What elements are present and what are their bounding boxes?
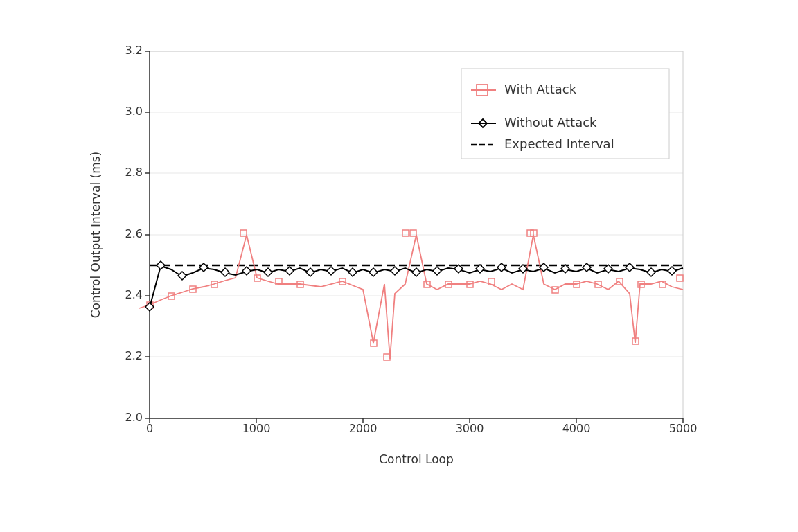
- x-tick-1000: 1000: [242, 422, 271, 435]
- chart-container: 2.0 2.2 2.4 2.6 2.8 3.0 3.2 0 1000 2000 …: [87, 30, 711, 502]
- x-tick-2000: 2000: [349, 422, 378, 435]
- legend-without-attack-label: Without Attack: [504, 115, 597, 130]
- x-tick-5000: 5000: [669, 422, 698, 435]
- legend-with-attack-label: With Attack: [504, 82, 577, 96]
- y-tick-3.2: 3.2: [125, 44, 143, 57]
- x-axis-label: Control Loop: [379, 452, 454, 466]
- x-tick-4000: 4000: [562, 422, 591, 435]
- y-tick-2.8: 2.8: [125, 166, 143, 179]
- x-tick-0: 0: [146, 422, 153, 435]
- y-tick-2.6: 2.6: [125, 227, 143, 240]
- y-tick-3.0: 3.0: [125, 105, 143, 118]
- x-tick-3000: 3000: [456, 422, 484, 435]
- y-axis-label: Control Output Interval (ms): [89, 152, 103, 319]
- y-tick-2.2: 2.2: [125, 349, 143, 362]
- y-tick-2.0: 2.0: [125, 411, 143, 424]
- y-tick-2.4: 2.4: [125, 288, 143, 301]
- legend-expected-label: Expected Interval: [504, 136, 614, 151]
